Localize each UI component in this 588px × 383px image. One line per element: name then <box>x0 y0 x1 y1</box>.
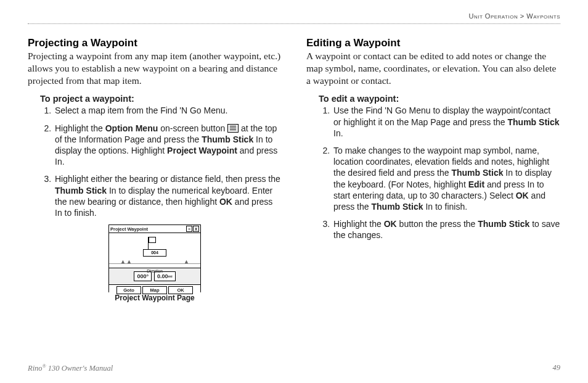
waypoint-flag-icon <box>146 237 155 250</box>
page-number: 49 <box>553 363 561 373</box>
ok-button: OK <box>168 286 193 294</box>
waypoint-label: 004 <box>143 249 166 257</box>
screen-compass-row: Direction 000° 0.00mi <box>109 268 200 285</box>
edit-step-1: Use the Find 'N Go Menu to display the w… <box>332 105 560 139</box>
edit-steps: Use the Find 'N Go Menu to display the w… <box>319 105 560 241</box>
edit-step-2: To make changes to the waypoint map symb… <box>332 145 560 212</box>
left-column: Projecting a Waypoint Projecting a waypo… <box>28 37 282 358</box>
breadcrumb-sep: > <box>518 12 526 20</box>
screen-close-icon: X <box>193 226 199 232</box>
intro-projecting: Projecting a waypoint from any map item … <box>28 50 282 86</box>
breadcrumb-section: Unit Operation <box>468 12 518 20</box>
footer-product: Rino® 130 Owner's Manual <box>28 363 113 373</box>
breadcrumb-sub: Waypoints <box>526 12 560 20</box>
edit-step-3: Highlight the OK button the press the Th… <box>332 218 560 241</box>
project-step-3: Highlight either the bearing or distance… <box>54 173 282 218</box>
option-menu-icon <box>227 124 239 133</box>
map-button: Map <box>142 286 167 294</box>
screen-menu-icon: ≡ <box>186 226 192 232</box>
heading-editing: Editing a Waypoint <box>306 37 560 49</box>
project-step-2: Highlight the Option Menu on-screen butt… <box>54 123 282 168</box>
screen-mapview: 004 ▲ ▲ ▲ <box>109 233 200 268</box>
subheading-project: To project a waypoint: <box>40 94 282 104</box>
right-column: Editing a Waypoint A waypoint or contact… <box>306 37 560 358</box>
device-screen: Project Waypoint ≡ X 004 ▲ ▲ ▲ Direction <box>108 224 201 292</box>
tree-icon: ▲ <box>126 258 132 265</box>
direction-label: Direction <box>147 269 163 273</box>
heading-projecting: Projecting a Waypoint <box>28 37 282 49</box>
intro-editing: A waypoint or contact can be edited to a… <box>306 50 560 86</box>
project-step-1: Select a map item from the Find 'N Go Me… <box>54 105 282 116</box>
figure-caption: Project Waypoint Page <box>108 294 201 302</box>
tree-icon: ▲ <box>120 258 126 265</box>
breadcrumb: Unit Operation > Waypoints <box>468 12 560 20</box>
header-rule <box>28 23 560 24</box>
figure-project-waypoint: Project Waypoint ≡ X 004 ▲ ▲ ▲ Direction <box>108 224 201 302</box>
page-footer: Rino® 130 Owner's Manual 49 <box>28 363 560 373</box>
project-steps: Select a map item from the Find 'N Go Me… <box>40 105 282 218</box>
screen-title: Project Waypoint <box>110 226 186 232</box>
goto-button: Goto <box>116 286 141 294</box>
subheading-edit: To edit a waypoint: <box>319 94 560 104</box>
tree-icon: ▲ <box>184 258 189 265</box>
screen-titlebar: Project Waypoint ≡ X <box>109 225 200 233</box>
